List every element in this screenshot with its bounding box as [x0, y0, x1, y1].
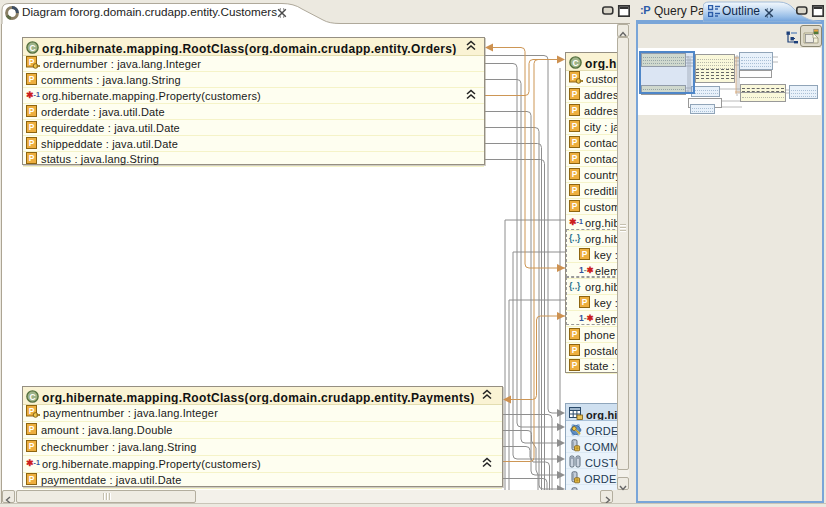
svg-text:P: P	[29, 153, 35, 163]
svg-text:P: P	[29, 122, 35, 132]
svg-text:P: P	[29, 441, 35, 451]
svg-text:P: P	[572, 137, 578, 147]
svg-text:C: C	[29, 392, 35, 402]
svg-text:C: C	[572, 58, 578, 68]
svg-text:P: P	[29, 138, 35, 148]
svg-text:P: P	[572, 360, 578, 370]
svg-text:P: P	[29, 74, 35, 84]
svg-text:P: P	[572, 201, 578, 211]
svg-text:P: P	[572, 185, 578, 195]
svg-text:P: P	[572, 329, 578, 339]
svg-text:P: P	[29, 424, 35, 434]
svg-text:P: P	[572, 105, 578, 115]
svg-text:C: C	[29, 43, 35, 53]
svg-text:P: P	[572, 89, 578, 99]
svg-text:P: P	[572, 121, 578, 131]
svg-text:P: P	[29, 474, 35, 484]
svg-text:P: P	[572, 153, 578, 163]
svg-text:P: P	[572, 345, 578, 355]
svg-text:P: P	[572, 169, 578, 179]
svg-text:P: P	[29, 106, 35, 116]
